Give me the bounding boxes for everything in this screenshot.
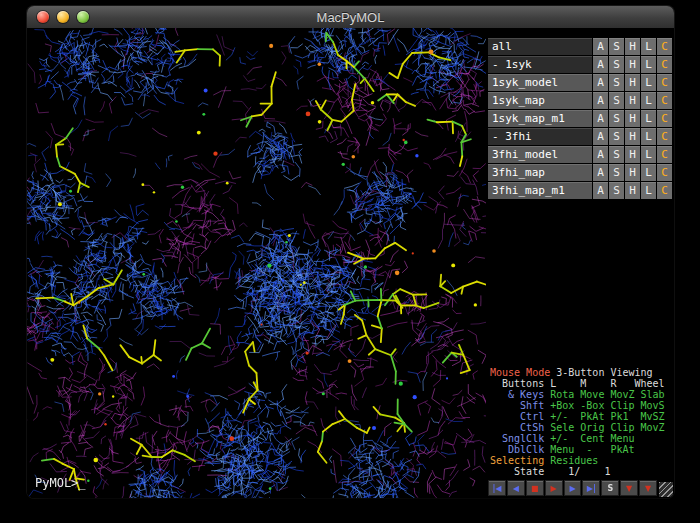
action-button-s[interactable]: S — [609, 164, 624, 181]
mouse-help-text: Rota Move MovZ Slab — [550, 389, 664, 400]
stop-button[interactable]: ■ — [526, 480, 544, 496]
object-name-button[interactable]: 1syk_model — [488, 74, 592, 91]
command-prompt[interactable]: PyMOL>_ — [35, 476, 86, 490]
play-button[interactable]: ▶ — [545, 480, 563, 496]
action-button-c[interactable]: C — [657, 56, 672, 73]
action-button-h[interactable]: H — [625, 92, 640, 109]
step-back-button[interactable]: ◀ — [507, 480, 525, 496]
object-row: - 1syk ASHLC — [488, 56, 672, 73]
viewport-canvas[interactable] — [27, 28, 486, 498]
mouse-help-text: SnglClk — [490, 433, 550, 444]
go-to-end-button[interactable]: ▶| — [582, 480, 600, 496]
action-button-h[interactable]: H — [625, 164, 640, 181]
mouse-help-line: Ctrl +/- PkAt Pk1 MvSZ — [490, 411, 674, 422]
action-button-c[interactable]: C — [657, 74, 672, 91]
action-button-a[interactable]: A — [593, 38, 608, 55]
state-menu-button[interactable]: ▼ — [620, 480, 638, 496]
object-row: all ASHLC — [488, 38, 672, 55]
mouse-help-text: 1/ 1 — [550, 466, 610, 477]
action-button-l[interactable]: L — [641, 74, 656, 91]
object-name-button[interactable]: 1syk_map_m1 — [488, 110, 592, 127]
action-button-c[interactable]: C — [657, 110, 672, 127]
action-button-s[interactable]: S — [609, 38, 624, 55]
step-forward-button[interactable]: ▶ — [564, 480, 582, 496]
action-button-h[interactable]: H — [625, 56, 640, 73]
action-button-a[interactable]: A — [593, 146, 608, 163]
app-window: MacPyMOL PyMOL>_ all ASHLC - 1syk ASHLC … — [27, 6, 674, 498]
object-rows: all ASHLC - 1syk ASHLC 1syk_model ASHLC … — [488, 38, 672, 200]
object-name-button[interactable]: 3fhi_model — [488, 146, 592, 163]
object-row: 1syk_model ASHLC — [488, 74, 672, 91]
action-button-s[interactable]: S — [609, 182, 624, 199]
object-name-button[interactable]: 3fhi_map — [488, 164, 592, 181]
action-button-h[interactable]: H — [625, 38, 640, 55]
action-button-s[interactable]: S — [609, 56, 624, 73]
mouse-help-panel: Mouse Mode 3-Button Viewing Buttons L M … — [490, 367, 674, 477]
action-button-l[interactable]: L — [641, 56, 656, 73]
mouse-help-text: +/- Cent Menu — [550, 433, 634, 444]
action-button-a[interactable]: A — [593, 128, 608, 145]
mouse-help-text: Shft — [490, 400, 550, 411]
mouse-help-line: SnglClk +/- Cent Menu — [490, 433, 674, 444]
action-button-c[interactable]: C — [657, 38, 672, 55]
object-name-button[interactable]: all — [488, 38, 592, 55]
internal-gui-panel: all ASHLC - 1syk ASHLC 1syk_model ASHLC … — [486, 28, 674, 498]
object-name-button[interactable]: - 1syk — [488, 56, 592, 73]
action-button-c[interactable]: C — [657, 146, 672, 163]
action-button-h[interactable]: H — [625, 74, 640, 91]
action-button-s[interactable]: S — [609, 74, 624, 91]
action-button-s[interactable]: S — [609, 110, 624, 127]
action-button-l[interactable]: L — [641, 146, 656, 163]
object-row: 3fhi_map_m1 ASHLC — [488, 182, 672, 199]
movie-menu-button[interactable]: ▼ — [639, 480, 657, 496]
object-row: 3fhi_model ASHLC — [488, 146, 672, 163]
action-button-c[interactable]: C — [657, 92, 672, 109]
object-row: 1syk_map ASHLC — [488, 92, 672, 109]
object-row: 1syk_map_m1 ASHLC — [488, 110, 672, 127]
mouse-help-text: Selecting — [490, 455, 550, 466]
action-button-l[interactable]: L — [641, 182, 656, 199]
mouse-help-text: Menu - PkAt — [550, 444, 634, 455]
action-button-h[interactable]: H — [625, 182, 640, 199]
action-button-l[interactable]: L — [641, 92, 656, 109]
titlebar[interactable]: MacPyMOL — [27, 6, 674, 29]
object-name-button[interactable]: - 3fhi — [488, 128, 592, 145]
movie-controls: |◀◀■▶▶▶|S▼▼ — [488, 480, 657, 496]
prompt-label: PyMOL> — [35, 476, 78, 490]
resize-grip[interactable] — [659, 482, 673, 497]
mouse-help-text: 3-Button Viewing — [556, 367, 652, 378]
action-button-a[interactable]: A — [593, 74, 608, 91]
action-button-c[interactable]: C — [657, 128, 672, 145]
action-button-h[interactable]: H — [625, 146, 640, 163]
action-button-s[interactable]: S — [609, 92, 624, 109]
action-button-l[interactable]: L — [641, 110, 656, 127]
object-name-button[interactable]: 1syk_map — [488, 92, 592, 109]
mouse-help-text: +/- PkAt Pk1 MvSZ — [550, 411, 664, 422]
mouse-help-text: & Keys — [490, 389, 550, 400]
action-button-l[interactable]: L — [641, 38, 656, 55]
mouse-help-text: Mouse Mode — [490, 367, 556, 378]
action-button-a[interactable]: A — [593, 56, 608, 73]
action-button-a[interactable]: A — [593, 92, 608, 109]
action-button-l[interactable]: L — [641, 164, 656, 181]
mouse-help-text: Ctrl — [490, 411, 550, 422]
window-title: MacPyMOL — [27, 10, 674, 25]
mouse-help-text: Buttons — [490, 378, 550, 389]
action-button-c[interactable]: C — [657, 182, 672, 199]
action-button-c[interactable]: C — [657, 164, 672, 181]
action-button-s[interactable]: S — [609, 128, 624, 145]
action-button-s[interactable]: S — [609, 146, 624, 163]
mouse-help-text: Sele Orig Clip MovZ — [550, 422, 664, 433]
go-to-start-button[interactable]: |◀ — [488, 480, 506, 496]
mouse-help-text: Residues — [550, 455, 598, 466]
action-button-h[interactable]: H — [625, 128, 640, 145]
scene-button[interactable]: S — [601, 480, 619, 496]
action-button-h[interactable]: H — [625, 110, 640, 127]
action-button-a[interactable]: A — [593, 164, 608, 181]
action-button-l[interactable]: L — [641, 128, 656, 145]
action-button-a[interactable]: A — [593, 182, 608, 199]
mouse-help-line: Buttons L M R Wheel — [490, 378, 674, 389]
object-row: - 3fhi ASHLC — [488, 128, 672, 145]
object-name-button[interactable]: 3fhi_map_m1 — [488, 182, 592, 199]
action-button-a[interactable]: A — [593, 110, 608, 127]
